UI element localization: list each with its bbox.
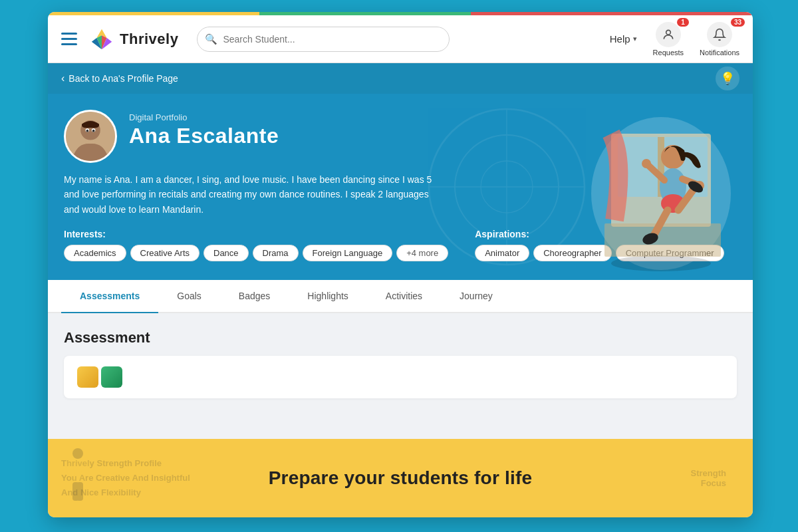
requests-badge: 1 xyxy=(677,18,689,27)
bottom-banner-text: Prepare your students for life xyxy=(269,467,533,489)
dancer-illustration xyxy=(575,100,741,277)
main-content: Assessment xyxy=(48,313,753,446)
notifications-icon: 33 xyxy=(707,22,732,47)
interest-tag: Creative Arts xyxy=(130,245,200,261)
assessment-icons xyxy=(77,366,122,388)
svg-point-34 xyxy=(92,130,95,132)
avatar xyxy=(64,110,117,163)
profile-banner: Digital Portfolio Ana Escalante My name … xyxy=(48,94,753,280)
interest-tag: Drama xyxy=(253,245,299,261)
logo-text: Thrively xyxy=(120,31,178,48)
notifications-label: Notifications xyxy=(700,49,739,57)
help-chevron-icon: ▾ xyxy=(633,35,637,43)
header-right: Help ▾ 1 Requests 33 N xyxy=(610,22,739,57)
tab-goals[interactable]: Goals xyxy=(158,280,220,312)
back-bar: ‹ Back to Ana's Profile Page 💡 xyxy=(48,63,753,94)
svg-point-22 xyxy=(642,159,651,168)
avatar-svg xyxy=(66,110,115,163)
logo: Thrively xyxy=(89,27,178,52)
bottom-figure-icon xyxy=(61,446,94,508)
header: Thrively 🔍 Help ▾ 1 Requests xyxy=(48,15,753,63)
bg-watermark xyxy=(420,100,593,273)
logo-icon xyxy=(89,27,114,52)
search-bar: 🔍 xyxy=(197,27,450,52)
svg-point-5 xyxy=(666,30,670,35)
notifications-button[interactable]: 33 Notifications xyxy=(700,22,739,57)
svg-point-35 xyxy=(72,448,83,459)
interests-label: Interests: xyxy=(64,229,448,239)
search-icon: 🔍 xyxy=(205,33,217,45)
profile-bio: My name is Ana. I am a dancer, I sing, a… xyxy=(64,172,436,217)
assessment-section-title: Assessment xyxy=(64,329,737,346)
back-link[interactable]: ‹ Back to Ana's Profile Page xyxy=(61,72,178,84)
bottom-banner: Thrively Strength Profile You Are Creati… xyxy=(48,439,753,517)
interests-block: Interests: AcademicsCreative ArtsDanceDr… xyxy=(64,229,448,261)
interest-tag: Foreign Language xyxy=(303,245,393,261)
svg-rect-40 xyxy=(76,482,83,501)
requests-label: Requests xyxy=(653,49,684,57)
student-name: Ana Escalante xyxy=(129,124,279,148)
assessment-card xyxy=(64,356,737,398)
svg-point-12 xyxy=(611,255,711,271)
lightbulb-button[interactable]: 💡 xyxy=(716,66,739,90)
portfolio-label: Digital Portfolio xyxy=(129,112,279,122)
tab-highlights[interactable]: Highlights xyxy=(289,280,366,312)
chevron-left-icon: ‹ xyxy=(61,72,65,84)
svg-rect-36 xyxy=(73,460,82,483)
assessment-icon-1 xyxy=(77,366,98,388)
requests-button[interactable]: 1 Requests xyxy=(653,22,684,57)
interest-tag: Academics xyxy=(64,245,126,261)
tab-activities[interactable]: Activities xyxy=(367,280,441,312)
interests-tags: AcademicsCreative ArtsDanceDramaForeign … xyxy=(64,245,448,261)
app-frame: Thrively 🔍 Help ▾ 1 Requests xyxy=(48,12,753,517)
notifications-badge: 33 xyxy=(731,18,745,27)
tab-badges[interactable]: Badges xyxy=(220,280,289,312)
bottom-bg-right: StrengthFocus xyxy=(691,439,726,517)
requests-icon: 1 xyxy=(656,22,681,47)
tab-journey[interactable]: Journey xyxy=(441,280,511,312)
lightbulb-icon: 💡 xyxy=(720,71,735,86)
search-input[interactable] xyxy=(197,27,450,52)
dancer-bubble-svg xyxy=(575,100,741,277)
bottom-bg-right-text: StrengthFocus xyxy=(691,468,726,488)
hamburger-menu[interactable] xyxy=(61,33,77,45)
assessment-icon-2 xyxy=(101,366,122,388)
help-button[interactable]: Help ▾ xyxy=(610,33,637,45)
svg-rect-17 xyxy=(604,223,721,257)
interest-tag: Dance xyxy=(203,245,249,261)
svg-point-33 xyxy=(86,130,89,132)
tab-assessments[interactable]: Assessments xyxy=(61,280,158,312)
tabs-bar: AssessmentsGoalsBadgesHighlightsActiviti… xyxy=(48,280,753,313)
profile-name-block: Digital Portfolio Ana Escalante xyxy=(129,110,279,148)
